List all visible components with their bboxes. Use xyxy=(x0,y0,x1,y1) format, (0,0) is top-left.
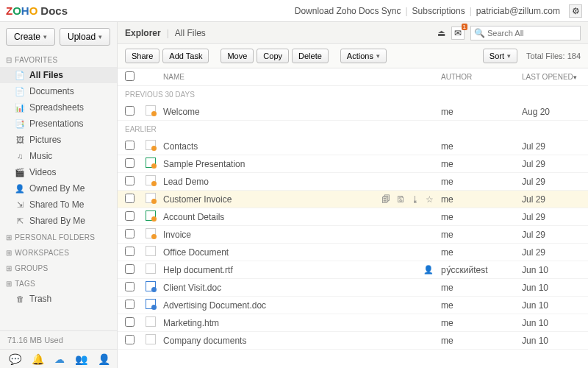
sidebar-item-icon: ⇲ xyxy=(15,199,25,210)
sort-button[interactable]: Sort▾ xyxy=(483,49,517,63)
search-input[interactable] xyxy=(487,29,577,38)
trash-item[interactable]: 🗑Trash xyxy=(0,291,117,307)
file-row[interactable]: Client Visit.docmeJun 10 xyxy=(118,279,588,297)
action-icon[interactable]: ☆ xyxy=(426,194,434,205)
file-author: me xyxy=(441,247,522,258)
file-row[interactable]: Account DetailsmeJul 29 xyxy=(118,208,588,226)
sidebar-item-spreadsheets[interactable]: 📊Spreadsheets xyxy=(0,99,117,116)
row-checkbox[interactable] xyxy=(125,158,135,168)
actions-button[interactable]: Actions▾ xyxy=(340,49,387,63)
total-files: Total Files: 184 xyxy=(526,52,581,60)
sidebar-item-shared-by-me[interactable]: ⇱Shared By Me xyxy=(0,213,117,229)
sidebar-item-all-files[interactable]: 📄All Files xyxy=(0,67,117,83)
row-checkbox[interactable] xyxy=(125,229,135,238)
sidebar-item-music[interactable]: ♫Music xyxy=(0,148,117,164)
file-row[interactable]: InvoicemeJul 29 xyxy=(118,226,588,244)
cloud-icon[interactable]: ☁ xyxy=(54,353,65,365)
row-checkbox[interactable] xyxy=(125,106,135,116)
user-icon[interactable]: 👤 xyxy=(98,353,110,365)
row-checkbox[interactable] xyxy=(125,317,135,327)
sidebar-item-shared-to-me[interactable]: ⇲Shared To Me xyxy=(0,197,117,213)
col-name[interactable]: NAME xyxy=(163,73,441,81)
group-header: EARLIER xyxy=(118,121,588,138)
download-sync-link[interactable]: Download Zoho Docs Sync xyxy=(295,6,401,16)
chat-icon[interactable]: 💬 xyxy=(9,353,21,365)
file-row[interactable]: Company documentsmeJun 10 xyxy=(118,332,588,350)
row-checkbox[interactable] xyxy=(125,141,135,150)
share-button[interactable]: Share xyxy=(125,49,159,63)
row-checkbox[interactable] xyxy=(125,247,135,256)
move-button[interactable]: Move xyxy=(220,49,254,63)
file-name: Sample Presentation xyxy=(163,159,441,169)
file-row[interactable]: Marketing.htmmeJun 10 xyxy=(118,314,588,332)
action-icon[interactable]: 🖻 xyxy=(396,194,405,205)
file-type-icon xyxy=(146,316,156,327)
select-all-checkbox[interactable] xyxy=(125,71,135,81)
file-row[interactable]: Office DocumentmeJul 29 xyxy=(118,244,588,261)
sidebar-item-presentations[interactable]: 📑Presentations xyxy=(0,116,117,132)
copy-button[interactable]: Copy xyxy=(257,49,289,63)
sidebar-item-pictures[interactable]: 🖼Pictures xyxy=(0,132,117,148)
file-name: Account Details xyxy=(163,212,441,222)
file-type-icon xyxy=(146,263,156,274)
breadcrumb-current[interactable]: All Files xyxy=(175,28,206,38)
sidebar-item-videos[interactable]: 🎬Videos xyxy=(0,164,117,180)
row-checkbox[interactable] xyxy=(125,300,135,309)
file-row[interactable]: Advertising Document.docmeJun 10 xyxy=(118,297,588,314)
collapse-icon: ⊟ xyxy=(6,56,12,64)
add-task-button[interactable]: Add Task xyxy=(162,49,209,63)
upload-button[interactable]: Upload▾ xyxy=(60,28,110,46)
groups-section[interactable]: ⊞GROUPS xyxy=(0,260,117,275)
file-date: Jul 29 xyxy=(522,194,581,205)
delete-button[interactable]: Delete xyxy=(292,49,329,63)
notifications-button[interactable]: ✉1 xyxy=(451,26,465,40)
file-date: Jun 10 xyxy=(522,318,581,328)
file-name: Company documents xyxy=(163,336,441,346)
subscriptions-link[interactable]: Subscriptions xyxy=(412,6,465,16)
row-checkbox[interactable] xyxy=(125,282,135,291)
file-row[interactable]: Lead DemomeJul 29 xyxy=(118,173,588,191)
search-box[interactable]: 🔍 xyxy=(470,26,581,40)
file-name: Welcome xyxy=(163,107,441,117)
file-row[interactable]: Customer Invoice🗐🖻⭳☆meJul 29 xyxy=(118,191,588,208)
action-icon[interactable]: ⭳ xyxy=(411,194,420,205)
row-checkbox[interactable] xyxy=(125,335,135,344)
sidebar-item-documents[interactable]: 📄Documents xyxy=(0,83,117,99)
row-checkbox[interactable] xyxy=(125,176,135,185)
file-author: me xyxy=(441,159,522,169)
breadcrumb-root[interactable]: Explorer xyxy=(125,28,161,38)
sidebar-item-icon: ⇱ xyxy=(15,216,25,226)
file-name: Customer Invoice🗐🖻⭳☆ xyxy=(163,194,441,205)
create-button[interactable]: Create▾ xyxy=(6,28,55,46)
col-author[interactable]: AUTHOR xyxy=(441,73,522,81)
file-date: Jul 29 xyxy=(522,141,581,152)
sidebar-item-owned-by-me[interactable]: 👤Owned By Me xyxy=(0,180,117,197)
file-row[interactable]: ContactsmeJul 29 xyxy=(118,138,588,155)
file-row[interactable]: Help document.rtf👤ру́сскийtestJun 10 xyxy=(118,261,588,279)
file-type-icon xyxy=(146,105,156,116)
favorites-section[interactable]: ⊟FAVORITES xyxy=(0,52,117,67)
file-name: Office Document xyxy=(163,247,441,258)
contacts-icon[interactable]: 👥 xyxy=(75,353,87,365)
personal-folders-section[interactable]: ⊞PERSONAL FOLDERS xyxy=(0,229,117,244)
row-checkbox[interactable] xyxy=(125,194,135,203)
workspaces-section[interactable]: ⊞WORKSPACES xyxy=(0,244,117,260)
notification-badge: 1 xyxy=(462,24,467,30)
user-email[interactable]: patriciab@zillum.com xyxy=(476,6,560,16)
dropbox-icon[interactable]: ⏏ xyxy=(437,28,445,38)
file-author: me xyxy=(441,107,522,117)
tags-section[interactable]: ⊞TAGS xyxy=(0,275,117,291)
col-last-opened[interactable]: LAST OPENED▾ xyxy=(522,73,581,81)
sidebar: Create▾ Upload▾ ⊟FAVORITES 📄All Files📄Do… xyxy=(0,22,118,368)
row-checkbox[interactable] xyxy=(125,264,135,274)
file-name: Invoice xyxy=(163,230,441,240)
file-name: Advertising Document.doc xyxy=(163,300,441,311)
bottom-toolbar: 💬 🔔 ☁ 👥 👤 xyxy=(0,349,117,368)
expand-icon: ⊞ xyxy=(6,249,12,257)
file-row[interactable]: WelcomemeAug 20 xyxy=(118,103,588,121)
file-row[interactable]: Sample PresentationmeJul 29 xyxy=(118,155,588,173)
row-checkbox[interactable] xyxy=(125,211,135,221)
bell-icon[interactable]: 🔔 xyxy=(32,353,44,365)
settings-gear-icon[interactable]: ⚙ xyxy=(569,4,582,18)
action-icon[interactable]: 🗐 xyxy=(381,194,390,205)
